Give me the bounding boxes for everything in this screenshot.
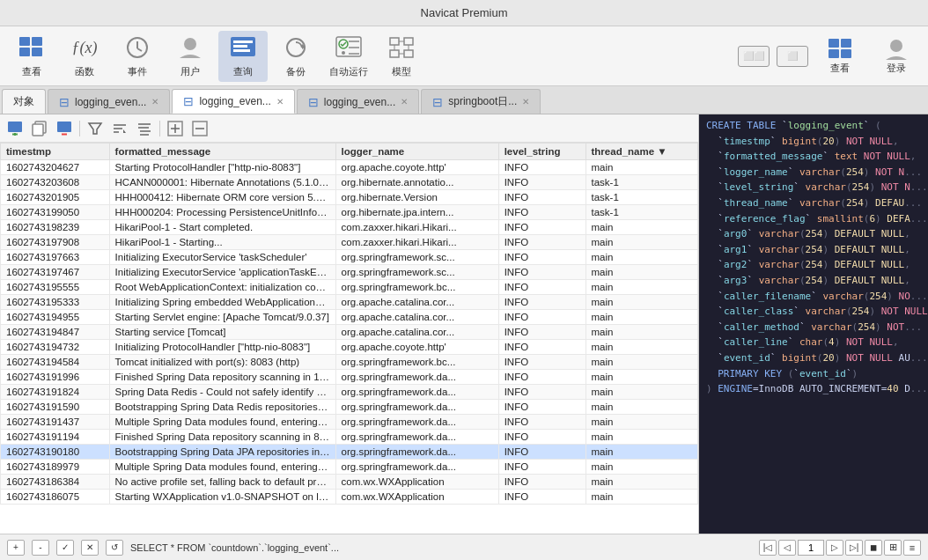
nav-last-btn[interactable]: ▷| xyxy=(845,540,863,556)
table-cell-formatted_message: Finished Spring Data repository scanning… xyxy=(109,370,335,385)
toolbar-login[interactable]: 登录 xyxy=(872,37,921,75)
collapse-btn[interactable] xyxy=(188,119,211,138)
table-cell-logger_name: org.springframework.da... xyxy=(335,370,498,385)
status-check-btn[interactable]: ✓ xyxy=(56,540,74,556)
table-row[interactable]: 1602743191824Spring Data Redis - Could n… xyxy=(1,385,698,400)
table-row[interactable]: 1602743186075Starting WXApplication v1.0… xyxy=(1,490,698,505)
tab-logging2[interactable]: ⊟ logging_even... ✕ xyxy=(172,89,294,114)
toolbar-function[interactable]: ƒ(x) 函数 xyxy=(60,31,109,82)
nav-stop-btn[interactable]: ◼ xyxy=(865,540,882,556)
table-row[interactable]: 1602743194955Starting Servlet engine: [A… xyxy=(1,310,698,325)
table-row[interactable]: 1602743186384No active profile set, fall… xyxy=(1,475,698,490)
table-row[interactable]: 1602743191437Multiple Spring Data module… xyxy=(1,415,698,430)
tab-object[interactable]: 对象 xyxy=(2,89,46,114)
toolbar-autorun[interactable]: 自动运行 xyxy=(324,31,373,82)
toolbar-function-label: 函数 xyxy=(75,65,94,78)
copy-row-btn[interactable] xyxy=(28,119,51,138)
col-formatted-message[interactable]: formatted_message xyxy=(109,144,335,160)
tab-object-label: 对象 xyxy=(13,94,34,109)
status-add-btn[interactable]: + xyxy=(7,540,25,556)
col-thread-name[interactable]: thread_name ▼ xyxy=(586,144,697,160)
add-row-btn[interactable] xyxy=(4,119,26,138)
svg-rect-20 xyxy=(390,38,399,45)
tab-springboot-label: springboot日... xyxy=(448,94,517,109)
toolbar-query[interactable]: 查询 xyxy=(218,31,268,82)
table-row[interactable]: 1602743197663Initializing ExecutorServic… xyxy=(1,250,698,265)
table-row[interactable]: 1602743191590Bootstrapping Spring Data R… xyxy=(1,400,698,415)
status-close-btn[interactable]: ✕ xyxy=(81,540,99,556)
filter-btn[interactable] xyxy=(84,119,107,138)
tab-logging1-close[interactable]: ✕ xyxy=(151,97,158,107)
table-cell-formatted_message: Multiple Spring Data modules found, ente… xyxy=(109,415,335,430)
table-cell-thread_name: main xyxy=(586,220,697,235)
toolbar-user[interactable]: 用户 xyxy=(166,31,215,82)
window-split-btn[interactable]: ⬜⬜ xyxy=(738,46,770,67)
table-cell-formatted_message: HHH000412: Hibernate ORM core version 5.… xyxy=(109,190,335,205)
tab-logging1[interactable]: ⊟ logging_even... ✕ xyxy=(48,89,170,114)
model-icon xyxy=(387,34,416,62)
tab-logging3-close[interactable]: ✕ xyxy=(401,97,408,107)
function-icon: ƒ(x) xyxy=(70,34,99,62)
tab-springboot-close[interactable]: ✕ xyxy=(522,97,529,107)
table-cell-logger_name: org.springframework.da... xyxy=(335,430,498,445)
table-row[interactable]: 1602743203608HCANN000001: Hibernate Anno… xyxy=(1,175,698,190)
table-cell-logger_name: org.springframework.da... xyxy=(335,460,498,475)
data-table: timestmp formatted_message logger_name l… xyxy=(0,143,698,505)
toolbar-event[interactable]: 事件 xyxy=(113,31,162,82)
table-row[interactable]: 1602743204627Starting ProtocolHandler ["… xyxy=(1,160,698,175)
toolbar-backup[interactable]: 备份 xyxy=(271,31,320,82)
nav-first-btn[interactable]: |◁ xyxy=(759,540,777,556)
svg-rect-31 xyxy=(841,49,851,58)
table-cell-formatted_message: Starting service [Tomcat] xyxy=(109,325,335,340)
page-input[interactable] xyxy=(798,540,824,556)
toolbar-view[interactable]: 查看 xyxy=(7,31,56,82)
table-row[interactable]: 1602743194732Initializing ProtocolHandle… xyxy=(1,340,698,355)
table-row[interactable]: 1602743197908HikariPool-1 - Starting...c… xyxy=(1,235,698,250)
table-cell-logger_name: org.springframework.da... xyxy=(335,445,498,460)
table-row[interactable]: 1602743194584Tomcat initialized with por… xyxy=(1,355,698,370)
table-row[interactable]: 1602743194847Starting service [Tomcat]or… xyxy=(1,325,698,340)
table-cell-formatted_message: HHH000204: Processing PersistenceUnitInf… xyxy=(109,205,335,220)
sql-line-3: `formatted_message` text NOT NULL, xyxy=(699,149,928,165)
col-timestmp[interactable]: timestmp xyxy=(1,144,110,160)
toolbar-autorun-label: 自动运行 xyxy=(329,65,368,78)
svg-marker-44 xyxy=(123,129,126,133)
status-minus-btn[interactable]: - xyxy=(32,540,49,556)
table-cell-thread_name: task-1 xyxy=(586,175,697,190)
delete-row-btn[interactable] xyxy=(53,119,76,138)
table-row[interactable]: 1602743201905HHH000412: Hibernate ORM co… xyxy=(1,190,698,205)
svg-rect-1 xyxy=(32,37,42,46)
window-single-btn[interactable]: ⬜ xyxy=(777,46,808,67)
status-form-btn[interactable]: ≡ xyxy=(903,540,921,556)
table-row[interactable]: 1602743190180Bootstrapping Spring Data J… xyxy=(1,445,698,460)
app-title: Navicat Premium xyxy=(421,6,508,19)
table-row[interactable]: 1602743189979Multiple Spring Data module… xyxy=(1,460,698,475)
tab-logging1-label: logging_even... xyxy=(75,96,146,108)
tab-logging2-close[interactable]: ✕ xyxy=(276,97,284,107)
tab-logging1-icon: ⊟ xyxy=(59,95,70,109)
nav-next-btn[interactable]: ▷ xyxy=(826,540,843,556)
table-row[interactable]: 1602743195333Initializing Spring embedde… xyxy=(1,295,698,310)
table-row[interactable]: 1602743191194Finished Spring Data reposi… xyxy=(1,430,698,445)
tab-logging3[interactable]: ⊟ logging_even... ✕ xyxy=(297,89,419,114)
table-row[interactable]: 1602743197467Initializing ExecutorServic… xyxy=(1,265,698,280)
col-level-string[interactable]: level_string xyxy=(498,144,586,160)
group-btn[interactable] xyxy=(133,119,156,138)
expand-btn[interactable] xyxy=(164,119,187,138)
table-cell-formatted_message: Initializing ProtocolHandler ["http-nio-… xyxy=(109,340,335,355)
table-row[interactable]: 1602743199050HHH000204: Processing Persi… xyxy=(1,205,698,220)
status-refresh-btn[interactable]: ↺ xyxy=(106,540,123,556)
table-cell-level_string: INFO xyxy=(498,400,586,415)
table-cell-logger_name: org.springframework.sc... xyxy=(335,265,498,280)
toolbar-model[interactable]: 模型 xyxy=(377,31,426,82)
sort-btn[interactable] xyxy=(108,119,131,138)
table-row[interactable]: 1602743198239HikariPool-1 - Start comple… xyxy=(1,220,698,235)
col-logger-name[interactable]: logger_name xyxy=(335,144,498,160)
toolbar-view2[interactable]: 查看 xyxy=(815,37,865,75)
table-row[interactable]: 1602743191996Finished Spring Data reposi… xyxy=(1,370,698,385)
status-grid-btn[interactable]: ⊞ xyxy=(884,540,902,556)
data-table-container[interactable]: timestmp formatted_message logger_name l… xyxy=(0,143,698,534)
nav-prev-btn[interactable]: ◁ xyxy=(778,540,796,556)
table-row[interactable]: 1602743195555Root WebApplicationContext:… xyxy=(1,280,698,295)
tab-springboot[interactable]: ⊟ springboot日... ✕ xyxy=(421,89,541,114)
